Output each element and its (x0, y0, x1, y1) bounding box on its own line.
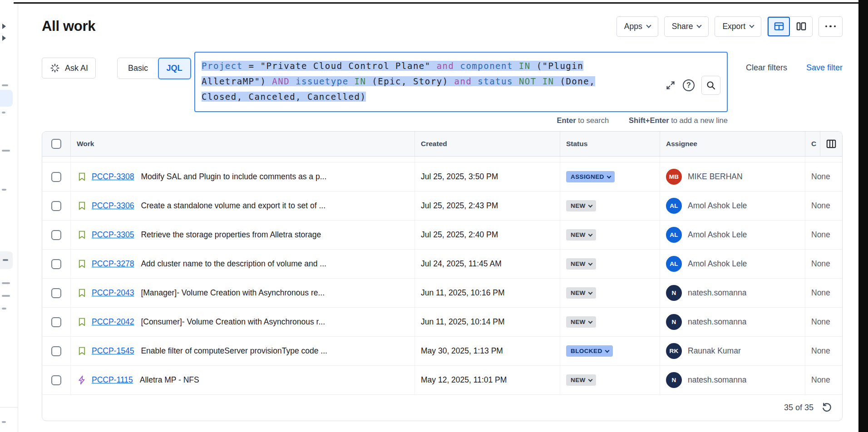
clipped-value: None (811, 230, 830, 240)
issue-summary: Enable filter of computeServer provision… (141, 346, 327, 356)
export-button[interactable]: Export (715, 16, 761, 37)
row-checkbox[interactable] (51, 317, 61, 327)
table-row[interactable]: PCCP-3308Modify SAL and Plugin to includ… (42, 162, 842, 191)
table-row[interactable]: PCCP-1115Alletra MP - NFSMay 12, 2025, 1… (42, 366, 842, 395)
row-checkbox[interactable] (51, 259, 61, 269)
assignee-cell[interactable]: MBMIKE BERHAN (660, 162, 805, 191)
detail-view-button[interactable] (790, 17, 812, 36)
epic-icon (77, 375, 87, 385)
table-row[interactable]: PCCP-3305Retrieve the storage properties… (42, 221, 842, 250)
detail-view-icon (795, 20, 807, 32)
column-settings-button[interactable] (820, 132, 842, 156)
refresh-button[interactable] (821, 402, 832, 413)
chevron-down-icon (607, 174, 611, 178)
search-button[interactable] (701, 76, 720, 95)
row-checkbox[interactable] (51, 288, 61, 298)
clipped-value: None (811, 201, 830, 211)
column-header-status[interactable]: Status (560, 132, 660, 156)
row-checkbox[interactable] (51, 375, 61, 385)
issue-summary: [Manager]- Volume Creation with Asynchro… (141, 288, 325, 298)
created-cell: Jul 25, 2025, 3:50 PM (414, 162, 560, 191)
issue-key-link[interactable]: PCCP-3308 (92, 172, 134, 182)
story-issue-type (77, 288, 87, 298)
table-row[interactable]: PCCP-2043[Manager]- Volume Creation with… (42, 279, 842, 308)
status-label: ASSIGNED (571, 173, 604, 180)
issue-key-link[interactable]: PCCP-2043 (92, 288, 134, 298)
column-header-work[interactable]: Work (70, 132, 414, 156)
more-icon (825, 25, 828, 28)
clear-filters-button[interactable]: Clear filters (746, 63, 787, 73)
assignee-cell[interactable]: ALAmol Ashok Lele (660, 221, 805, 249)
sidebar-expand-icon[interactable] (2, 24, 6, 29)
avatar: AL (666, 227, 682, 243)
chevron-down-icon (588, 203, 592, 207)
clipped-cell: None (805, 162, 842, 191)
status-badge[interactable]: NEW (566, 316, 596, 328)
status-badge[interactable]: BLOCKED (566, 345, 613, 357)
chevron-down-icon (588, 261, 592, 265)
expand-editor-button[interactable] (665, 80, 676, 91)
issue-key-link[interactable]: PCCP-1115 (92, 375, 133, 385)
row-checkbox[interactable] (51, 172, 61, 182)
clipped-cell: None (805, 279, 842, 307)
issue-key-link[interactable]: PCCP-1545 (92, 346, 134, 356)
assignee-name: Amol Ashok Lele (688, 201, 747, 211)
status-badge[interactable]: NEW (566, 258, 596, 270)
status-badge[interactable]: NEW (566, 287, 596, 299)
created-value: Jul 25, 2025, 3:50 PM (421, 172, 498, 182)
assignee-name: natesh.somanna (688, 375, 746, 385)
assignee-cell[interactable]: ALAmol Ashok Lele (660, 191, 805, 220)
created-value: Jun 11, 2025, 10:14 PM (421, 317, 505, 327)
status-badge[interactable]: ASSIGNED (566, 171, 615, 182)
issue-key-link[interactable]: PCCP-3278 (92, 259, 134, 269)
avatar: AL (666, 256, 682, 272)
sidebar-item-selected[interactable] (0, 90, 13, 107)
chevron-down-icon (697, 23, 702, 28)
row-checkbox[interactable] (51, 201, 61, 211)
issue-key-link[interactable]: PCCP-2042 (92, 317, 134, 327)
issue-key-link[interactable]: PCCP-3305 (92, 230, 134, 240)
ask-ai-button[interactable]: Ask AI (42, 58, 96, 79)
table-row[interactable]: PCCP-2042[Consumer]- Volume Creation wit… (42, 308, 842, 337)
status-label: NEW (571, 319, 586, 325)
status-badge[interactable]: NEW (566, 229, 596, 241)
table-row[interactable]: PCCP-1545Enable filter of computeServer … (42, 337, 842, 366)
clipped-value: None (811, 375, 830, 385)
issue-summary: Retrieve the storage properties from All… (141, 230, 321, 240)
assignee-name: Amol Ashok Lele (688, 259, 747, 269)
share-button[interactable]: Share (664, 16, 709, 37)
row-checkbox[interactable] (51, 230, 61, 240)
sidebar-fragment (2, 189, 6, 191)
column-header-assignee[interactable]: Assignee (660, 132, 805, 156)
save-filter-button[interactable]: Save filter (806, 63, 843, 73)
column-header-created[interactable]: Created (414, 132, 560, 156)
created-cell: Jul 24, 2025, 11:45 AM (414, 250, 560, 278)
story-issue-type (77, 346, 87, 356)
row-checkbox[interactable] (51, 346, 61, 356)
work-cell: PCCP-2042[Consumer]- Volume Creation wit… (70, 308, 414, 336)
table-header: Work Created Status Assignee C (42, 132, 842, 157)
apps-button[interactable]: Apps (616, 16, 658, 37)
assignee-cell[interactable]: ALAmol Ashok Lele (660, 250, 805, 278)
issue-summary: Alletra MP - NFS (140, 375, 199, 385)
sidebar-expand-icon[interactable] (2, 35, 6, 41)
clipped-cell: None (805, 366, 842, 394)
status-badge[interactable]: NEW (566, 374, 596, 386)
table-row[interactable]: PCCP-3278Add cluster name to the descrip… (42, 250, 842, 279)
assignee-cell[interactable]: Nnatesh.somanna (660, 366, 805, 394)
jql-input[interactable]: Project = "Private Cloud Control Plane" … (194, 52, 728, 112)
basic-mode-button[interactable]: Basic (118, 58, 158, 79)
help-icon[interactable]: ? (683, 79, 695, 91)
clipped-cell: None (805, 191, 842, 220)
status-badge[interactable]: NEW (566, 200, 596, 211)
jql-mode-button[interactable]: JQL (158, 58, 191, 79)
select-all-checkbox[interactable] (51, 139, 61, 149)
assignee-cell[interactable]: RKRaunak Kumar (660, 337, 805, 365)
issue-key-link[interactable]: PCCP-3306 (92, 201, 134, 211)
assignee-cell[interactable]: Nnatesh.somanna (660, 279, 805, 307)
more-button[interactable] (819, 16, 843, 37)
table-row[interactable]: PCCP-3306Create a standalone volume and … (42, 191, 842, 221)
created-value: Jun 11, 2025, 10:16 PM (421, 288, 505, 298)
table-view-button[interactable] (768, 17, 790, 36)
assignee-cell[interactable]: Nnatesh.somanna (660, 308, 805, 336)
